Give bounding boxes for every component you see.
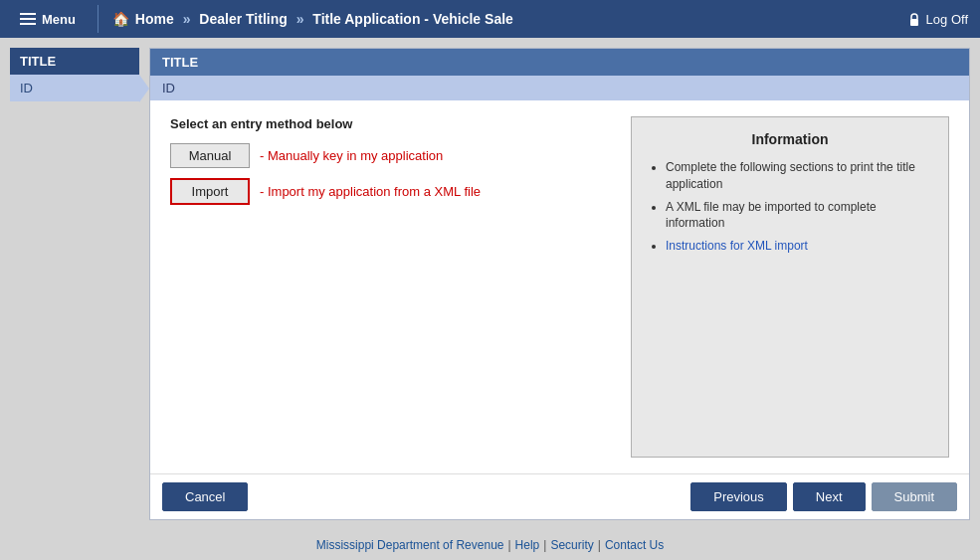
- logoff-button[interactable]: Log Off: [908, 12, 968, 27]
- footer-dept-link[interactable]: Mississippi Department of Revenue: [316, 538, 504, 552]
- menu-button[interactable]: Menu: [12, 8, 84, 31]
- breadcrumb: 🏠 Home » Dealer Titling » Title Applicat…: [112, 11, 513, 27]
- sidebar-item-label: ID: [20, 81, 33, 95]
- footer: Mississippi Department of Revenue | Help…: [0, 530, 980, 560]
- info-title: Information: [648, 131, 932, 147]
- info-item-2: A XML file may be imported to complete i…: [666, 199, 932, 233]
- manual-option: Manual - Manually key in my application: [170, 143, 611, 168]
- topbar-left: Menu 🏠 Home » Dealer Titling » Title App…: [12, 5, 513, 33]
- submit-button[interactable]: Submit: [872, 482, 957, 511]
- footer-security-link[interactable]: Security: [550, 538, 593, 552]
- hamburger-icon: [20, 13, 36, 25]
- main-container: TITLE ID TITLE ID Select an entry method…: [0, 38, 980, 530]
- breadcrumb-sep1: »: [183, 11, 191, 27]
- divider: [98, 5, 98, 33]
- button-bar: Cancel Previous Next Submit: [150, 473, 969, 519]
- breadcrumb-current: Title Application - Vehicle Sale: [312, 11, 513, 27]
- info-box: Information Complete the following secti…: [631, 116, 949, 458]
- entry-section: Select an entry method below Manual - Ma…: [170, 116, 611, 458]
- menu-label: Menu: [42, 12, 76, 27]
- select-prompt: Select an entry method below: [170, 116, 611, 131]
- cancel-button[interactable]: Cancel: [162, 482, 248, 511]
- breadcrumb-sep2: »: [296, 11, 304, 27]
- info-item-1: Complete the following sections to print…: [666, 159, 932, 193]
- import-button[interactable]: Import: [170, 178, 250, 205]
- home-icon: 🏠: [112, 11, 129, 27]
- btn-bar-right: Previous Next Submit: [690, 482, 957, 511]
- footer-contact-link[interactable]: Contact Us: [605, 538, 664, 552]
- xml-import-link[interactable]: Instructions for XML import: [666, 239, 808, 253]
- info-item-3: Instructions for XML import: [666, 238, 932, 255]
- lock-icon: [908, 12, 920, 27]
- content-header: TITLE: [150, 49, 969, 76]
- manual-desc: - Manually key in my application: [260, 148, 443, 163]
- svg-rect-0: [910, 19, 918, 26]
- next-button[interactable]: Next: [793, 482, 866, 511]
- breadcrumb-home[interactable]: Home: [135, 11, 174, 27]
- logoff-label: Log Off: [926, 12, 968, 27]
- import-desc: - Import my application from a XML file: [260, 184, 481, 199]
- info-list: Complete the following sections to print…: [648, 159, 932, 255]
- content-subheader: ID: [150, 76, 969, 100]
- import-option: Import - Import my application from a XM…: [170, 178, 611, 205]
- breadcrumb-dealer[interactable]: Dealer Titling: [199, 11, 287, 27]
- footer-help-link[interactable]: Help: [515, 538, 540, 552]
- previous-button[interactable]: Previous: [690, 482, 787, 511]
- sidebar-item-id[interactable]: ID: [10, 75, 139, 101]
- manual-button[interactable]: Manual: [170, 143, 250, 168]
- sidebar-title: TITLE: [10, 48, 139, 75]
- content-body: Select an entry method below Manual - Ma…: [150, 100, 969, 473]
- sidebar: TITLE ID: [10, 48, 139, 520]
- content-area: TITLE ID Select an entry method below Ma…: [149, 48, 970, 520]
- topbar: Menu 🏠 Home » Dealer Titling » Title App…: [0, 0, 980, 38]
